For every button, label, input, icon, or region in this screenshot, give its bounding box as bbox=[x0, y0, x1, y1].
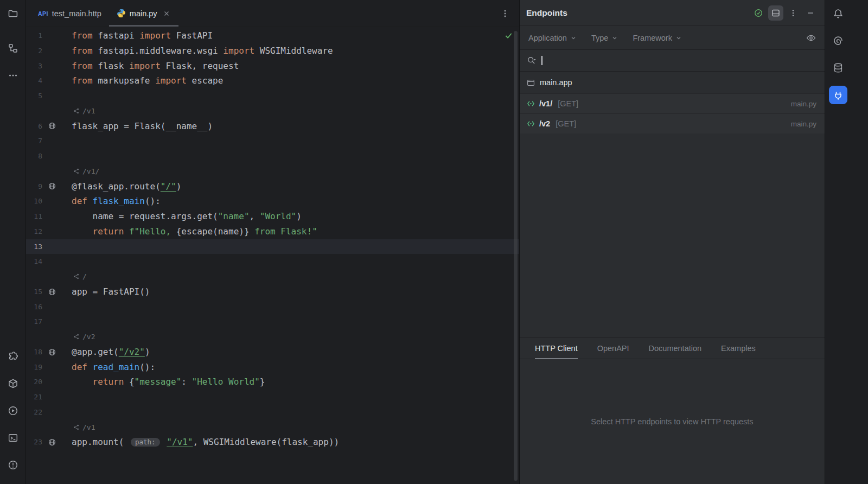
hide-panel-icon[interactable] bbox=[803, 5, 818, 21]
line-number: 23 bbox=[26, 435, 42, 450]
line-number: 16 bbox=[26, 300, 42, 315]
endpoint-globe-icon[interactable] bbox=[47, 122, 58, 130]
problems-icon[interactable] bbox=[4, 456, 22, 474]
terminal-icon[interactable] bbox=[4, 429, 22, 447]
line-number: 4 bbox=[26, 73, 42, 88]
endpoint-group-row[interactable]: main.app bbox=[520, 72, 825, 93]
endpoint-row[interactable]: /v2[GET]main.py bbox=[520, 113, 825, 133]
code-line[interactable]: 3from flask import Flask, request bbox=[26, 59, 519, 74]
code-line[interactable]: 2from fastapi.middleware.wsgi import WSG… bbox=[26, 43, 519, 59]
code-line[interactable]: 13 bbox=[26, 239, 519, 254]
code-line[interactable]: 21 bbox=[26, 390, 519, 405]
inlay-hint-row[interactable]: / bbox=[26, 269, 519, 284]
inspections-ok-icon[interactable] bbox=[505, 31, 513, 42]
url-inlay-hint[interactable]: / bbox=[73, 269, 87, 284]
url-inlay-hint[interactable]: /v1 bbox=[73, 420, 95, 435]
gutter: 6 bbox=[26, 119, 72, 134]
code-line[interactable]: 22 bbox=[26, 405, 519, 420]
http-tab-documentation[interactable]: Documentation bbox=[649, 337, 702, 359]
gutter: 3 bbox=[26, 59, 72, 74]
http-client-empty-message: Select HTTP endpoints to view HTTP reque… bbox=[520, 359, 825, 484]
code-line[interactable]: 17 bbox=[26, 314, 519, 329]
tab-test-main-http[interactable]: API test_main.http bbox=[30, 0, 109, 27]
code-line[interactable]: 7 bbox=[26, 133, 519, 149]
url-inlay-hint[interactable]: /v2 bbox=[73, 329, 95, 345]
gutter bbox=[26, 104, 72, 119]
endpoint-globe-icon[interactable] bbox=[47, 288, 58, 296]
code-line[interactable]: 18@app.get("/v2") bbox=[26, 345, 519, 360]
gutter: 1 bbox=[26, 28, 72, 43]
code-editor[interactable]: 1from fastapi import FastAPI2from fastap… bbox=[26, 27, 519, 484]
gutter: 7 bbox=[26, 133, 72, 149]
python-packages-icon[interactable] bbox=[4, 347, 22, 366]
gutter bbox=[26, 329, 72, 345]
tab-main-py[interactable]: main.py bbox=[109, 0, 178, 27]
endpoints-panel: Endpoints ApplicationTypeFramework bbox=[519, 0, 825, 484]
endpoints-plug-icon[interactable] bbox=[829, 86, 847, 104]
code-line[interactable]: 16 bbox=[26, 300, 519, 315]
code-line[interactable]: 19def read_main(): bbox=[26, 360, 519, 375]
filter-framework[interactable]: Framework bbox=[633, 34, 681, 42]
code-line[interactable]: 10def flask_main(): bbox=[26, 194, 519, 209]
gutter bbox=[26, 269, 72, 284]
endpoint-globe-icon[interactable] bbox=[47, 348, 58, 356]
line-number: 21 bbox=[26, 390, 42, 405]
inlay-hint-row[interactable]: /v1 bbox=[26, 420, 519, 435]
code-line[interactable]: 8 bbox=[26, 149, 519, 164]
code-line[interactable]: 11 name = request.args.get("name", "Worl… bbox=[26, 209, 519, 224]
gutter: 23 bbox=[26, 435, 72, 450]
ai-assistant-icon[interactable] bbox=[829, 31, 847, 50]
http-tab-http-client[interactable]: HTTP Client bbox=[535, 337, 578, 359]
inlay-hint-row[interactable]: /v1 bbox=[26, 104, 519, 119]
gutter: 18 bbox=[26, 345, 72, 360]
more-options-kebab-icon[interactable] bbox=[786, 5, 801, 21]
folder-icon[interactable] bbox=[4, 4, 22, 23]
inlay-hint-row[interactable]: /v2 bbox=[26, 329, 519, 345]
code-line[interactable]: 23app.mount( path: "/v1", WSGIMiddleware… bbox=[26, 435, 519, 450]
code-line[interactable]: 12 return f"Hello, {escape(name)} from F… bbox=[26, 224, 519, 239]
more-tool-windows-icon[interactable] bbox=[4, 66, 22, 85]
layout-toggle-icon[interactable] bbox=[768, 5, 783, 21]
line-number: 19 bbox=[26, 360, 42, 375]
endpoint-file: main.py bbox=[791, 120, 818, 128]
endpoint-globe-icon[interactable] bbox=[47, 182, 58, 190]
url-inlay-hint[interactable]: /v1 bbox=[73, 104, 95, 119]
endpoint-arrows-icon bbox=[527, 120, 535, 128]
services-icon[interactable] bbox=[4, 374, 22, 393]
code-line[interactable]: 5 bbox=[26, 88, 519, 104]
endpoint-row[interactable]: /v1/[GET]main.py bbox=[520, 93, 825, 113]
url-inlay-hint[interactable]: /v1/ bbox=[73, 164, 99, 179]
http-tab-examples[interactable]: Examples bbox=[721, 337, 756, 359]
endpoint-search-field[interactable] bbox=[520, 50, 825, 72]
code-line[interactable]: 9@flask_app.route("/") bbox=[26, 179, 519, 194]
editor-scrollbar[interactable] bbox=[514, 31, 518, 481]
endpoint-globe-icon[interactable] bbox=[47, 438, 58, 446]
editor-options-kebab-icon[interactable] bbox=[491, 0, 519, 27]
endpoint-arrows-icon bbox=[527, 100, 535, 107]
code-line[interactable]: 20 return {"message": "Hello World"} bbox=[26, 374, 519, 390]
filter-application[interactable]: Application bbox=[528, 34, 576, 42]
code-line[interactable]: 4from markupsafe import escape bbox=[26, 73, 519, 88]
eye-icon[interactable] bbox=[806, 33, 816, 43]
ok-check-icon[interactable] bbox=[751, 5, 766, 21]
code-line[interactable]: 14 bbox=[26, 254, 519, 269]
filter-type[interactable]: Type bbox=[591, 34, 617, 42]
gutter bbox=[26, 164, 72, 179]
code-line[interactable]: 6flask_app = Flask(__name__) bbox=[26, 119, 519, 134]
text-caret bbox=[541, 56, 542, 65]
line-number: 3 bbox=[26, 59, 42, 74]
notifications-bell-icon[interactable] bbox=[829, 4, 847, 23]
line-number: 20 bbox=[26, 374, 42, 390]
database-icon[interactable] bbox=[829, 59, 847, 77]
code-line[interactable]: 1from fastapi import FastAPI bbox=[26, 28, 519, 43]
inlay-hint-row[interactable]: /v1/ bbox=[26, 164, 519, 179]
app-module-icon bbox=[527, 79, 535, 87]
close-icon[interactable] bbox=[162, 9, 171, 18]
code-line[interactable]: 15app = FastAPI() bbox=[26, 284, 519, 300]
run-icon[interactable] bbox=[4, 402, 22, 420]
endpoint-method: [GET] bbox=[556, 119, 576, 128]
http-tab-openapi[interactable]: OpenAPI bbox=[597, 337, 629, 359]
structure-icon[interactable] bbox=[4, 39, 22, 58]
gutter: 21 bbox=[26, 390, 72, 405]
gutter: 22 bbox=[26, 405, 72, 420]
